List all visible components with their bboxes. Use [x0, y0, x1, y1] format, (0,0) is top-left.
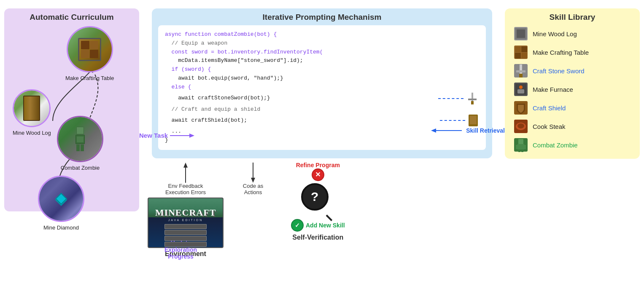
node-crafting-table: Make Crafting Table — [65, 26, 114, 81]
skill-icon-shield — [513, 100, 528, 115]
iterative-box: Iterative Prompting Mechanism async func… — [152, 8, 492, 158]
mc-buttons — [164, 224, 207, 247]
svg-point-28 — [519, 85, 523, 89]
skill-name-craft-sword: Craft Stone Sword — [533, 67, 585, 75]
add-skill-group: ✓ Add New Skill — [291, 219, 345, 232]
crafting-table-label: Make Crafting Table — [65, 75, 114, 81]
mine-diamond-circle — [38, 176, 84, 222]
svg-rect-39 — [521, 150, 523, 152]
svg-rect-37 — [523, 145, 526, 149]
combat-zombie-circle — [57, 116, 103, 162]
iterative-title: Iterative Prompting Mechanism — [158, 13, 486, 22]
code-line-5: if (sword) { — [165, 65, 479, 74]
new-task-container: New Task — [139, 131, 195, 140]
skill-icon-steak — [513, 119, 528, 134]
svg-marker-41 — [431, 128, 436, 133]
skill-retrieval-arrow — [430, 126, 464, 135]
skill-icon-zombie — [513, 137, 528, 152]
svg-rect-36 — [516, 145, 518, 149]
right-panel: Skill Library Mine Wood Log — [496, 8, 640, 279]
svg-marker-12 — [189, 133, 194, 138]
skill-name-craft-shield: Craft Shield — [533, 104, 566, 112]
middle-panel: Iterative Prompting Mechanism async func… — [148, 8, 496, 279]
mc-btn-1 — [164, 224, 207, 229]
mine-wood-label: Mine Wood Log — [13, 130, 51, 136]
env-arrow-up — [179, 162, 192, 183]
svg-rect-18 — [521, 46, 527, 52]
left-panel: Automatic Curriculum — [4, 8, 148, 279]
node-mine-diamond: Mine Diamond — [38, 176, 84, 231]
skill-name-combat-zombie: Combat Zombie — [533, 142, 578, 149]
svg-rect-38 — [518, 150, 520, 152]
main-container: Automatic Curriculum — [0, 0, 644, 283]
mc-content: MINECRAFT JAVA EDITION — [155, 199, 216, 247]
mine-wood-circle — [13, 89, 51, 127]
skill-name-crafting-table: Make Crafting Table — [533, 49, 589, 56]
svg-marker-8 — [183, 163, 188, 168]
code-arrow-down — [247, 162, 259, 183]
svg-rect-4 — [471, 101, 474, 104]
skill-craft-sword: Craft Stone Sword — [513, 63, 631, 78]
error-icon: ✕ — [312, 168, 324, 181]
refine-program-label: Refine Program — [296, 162, 340, 168]
code-line-6: await bot.equip(sword, "hand");} — [165, 74, 479, 83]
skill-name-cook-steak: Cook Steak — [533, 123, 566, 130]
new-task-label: New Task — [139, 132, 168, 139]
svg-rect-34 — [518, 139, 523, 144]
skill-name-furnace: Make Furnace — [533, 86, 573, 93]
code-line-7: else { — [165, 83, 479, 92]
svg-rect-19 — [515, 53, 521, 59]
mc-title: MINECRAFT — [155, 207, 216, 218]
skill-library-box: Skill Library Mine Wood Log — [505, 8, 640, 159]
refine-program-group: Refine Program ✕ — [296, 162, 340, 181]
shield-icon-inline — [467, 114, 479, 127]
svg-rect-23 — [516, 70, 525, 72]
skill-list: Mine Wood Log Make Crafting Table — [511, 26, 633, 152]
svg-rect-15 — [517, 29, 525, 38]
svg-point-32 — [517, 123, 524, 128]
curriculum-nodes: Make Crafting Table Mine Wood Log — [11, 24, 133, 205]
skill-craft-shield: Craft Shield — [513, 100, 631, 115]
svg-rect-27 — [517, 89, 524, 93]
bottom-section: Env FeedbackExecution Errors MINECRAFT J… — [152, 162, 492, 258]
skill-retrieval-container: Skill Retrieval — [430, 126, 505, 135]
skill-name-mine-wood: Mine Wood Log — [533, 30, 577, 37]
magnify-glass: ? — [301, 183, 335, 217]
add-skill-label: Add New Skill — [306, 222, 345, 229]
svg-rect-35 — [517, 144, 524, 150]
mc-edition: JAVA EDITION — [168, 219, 203, 222]
curriculum-box: Automatic Curriculum — [4, 8, 139, 211]
skill-retrieval-label: Skill Retrieval — [466, 127, 505, 134]
sword-icon-inline — [466, 92, 479, 105]
code-line-2: // Equip a weapon — [165, 39, 479, 48]
code-line-1: async function combatZombie(bot) { — [165, 30, 479, 39]
env-feedback-label: Env FeedbackExecution Errors — [164, 183, 207, 195]
code-line-3: const sword = bot.inventory.findInventor… — [165, 48, 479, 57]
mc-btn-4 — [164, 242, 207, 247]
curriculum-title: Automatic Curriculum — [11, 13, 133, 22]
svg-rect-6 — [470, 116, 477, 124]
svg-rect-24 — [519, 74, 523, 77]
mc-btn-3 — [164, 236, 207, 241]
skill-furnace: Make Furnace — [513, 82, 631, 97]
svg-rect-17 — [515, 46, 521, 52]
svg-marker-10 — [251, 178, 255, 183]
skill-icon-table — [513, 45, 528, 60]
skill-mine-wood: Mine Wood Log — [513, 26, 631, 41]
minecraft-screenshot: MINECRAFT JAVA EDITION — [148, 198, 224, 248]
crafting-table-circle — [67, 26, 113, 72]
new-task-arrow — [170, 131, 195, 140]
node-mine-wood: Mine Wood Log — [13, 89, 51, 136]
self-verify-section: Refine Program ✕ ? ✓ Add New Skill Self-… — [291, 162, 345, 241]
skill-cook-steak: Cook Steak — [513, 119, 631, 134]
code-line-8: await craftStoneSword(bot);} — [165, 92, 479, 105]
skill-icon-furnace — [513, 82, 528, 97]
code-line-4: mcData.itemsByName["stone_sword"].id); — [165, 56, 479, 65]
mc-btn-2 — [164, 230, 207, 235]
svg-rect-20 — [521, 53, 527, 59]
code-actions-section: Code asActions — [228, 162, 278, 195]
skill-crafting-table: Make Crafting Table — [513, 45, 631, 60]
code-line-10: await craftShield(bot); — [165, 114, 479, 127]
self-verification-label: Self-Verification — [292, 234, 343, 241]
skill-icon-sword — [513, 63, 528, 78]
